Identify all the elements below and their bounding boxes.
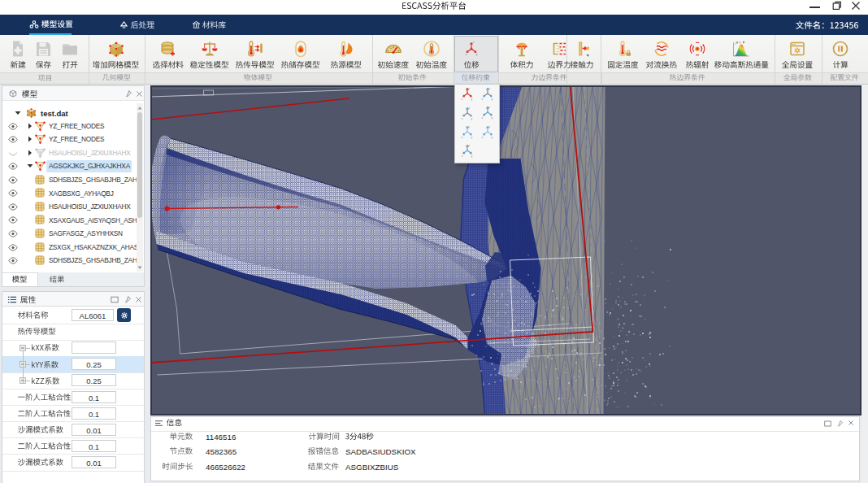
svg-text:y: y (491, 97, 493, 100)
svg-text:x: x (466, 52, 467, 56)
svg-text:y: y (491, 116, 493, 120)
svg-text:x: x (461, 116, 462, 120)
svg-text:y: y (471, 98, 472, 101)
svg-text:z: z (488, 106, 490, 109)
svg-text:z: z (468, 144, 470, 147)
svg-text:y: y (471, 136, 472, 139)
svg-text:z: z (468, 87, 470, 90)
svg-text:z: z (488, 87, 490, 90)
svg-text:x: x (481, 97, 483, 100)
svg-text:y: y (491, 135, 493, 138)
svg-text:x: x (481, 135, 483, 138)
svg-text:y: y (471, 154, 472, 158)
svg-text:y: y (471, 116, 472, 120)
svg-text:y: y (740, 40, 741, 44)
svg-text:z: z (488, 125, 490, 128)
svg-text:x: x (461, 136, 462, 139)
svg-text:y: y (476, 52, 478, 56)
svg-text:x: x (461, 154, 462, 158)
svg-text:z: z (473, 40, 475, 44)
svg-text:z: z (468, 125, 470, 128)
svg-text:x: x (481, 116, 483, 120)
svg-text:x: x (461, 98, 462, 101)
svg-text:z: z (468, 107, 470, 110)
